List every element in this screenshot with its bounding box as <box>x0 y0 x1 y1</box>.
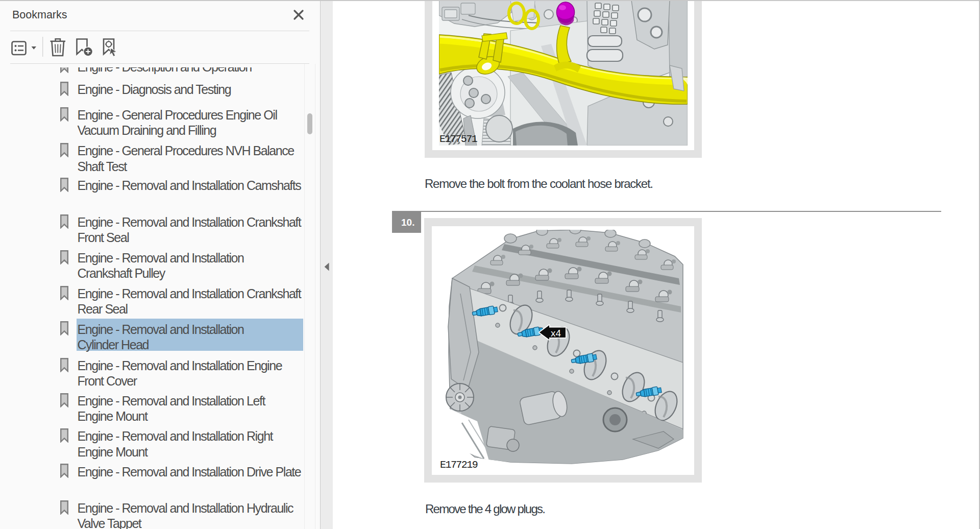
svg-text:x4: x4 <box>551 328 561 339</box>
